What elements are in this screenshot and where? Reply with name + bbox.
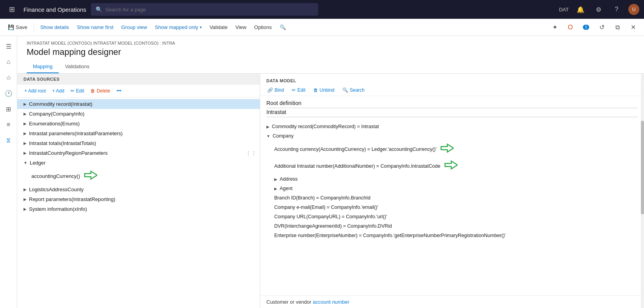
global-search-input[interactable] <box>105 7 313 13</box>
dm-item-dvr[interactable]: DVR(InterchangeAgreementId) = CompanyInf… <box>260 221 644 231</box>
scrollbar-thumb[interactable] <box>641 121 644 214</box>
view-button[interactable]: View <box>232 23 250 32</box>
ds-toolbar: + Add root + Add ✏ Edit 🗑 Delete ••• <box>17 85 260 98</box>
side-icon-bar: ☰ ⌂ ☆ 🕐 ⊞ ≡ ⧖ <box>0 36 17 308</box>
account-number-link[interactable]: account number <box>313 299 349 305</box>
show-name-first-button[interactable]: Show name first <box>74 23 116 32</box>
extension-icon[interactable]: ✦ <box>548 21 561 34</box>
dm-item-label: Company <box>273 133 294 139</box>
edit-ds-icon: ✏ <box>71 88 74 94</box>
ds-item-accounting-currency[interactable]: accountingCurrency() <box>17 168 260 185</box>
root-definition-value: Intrastat <box>266 109 638 117</box>
chevron-right-icon: ▶ <box>24 131 27 136</box>
top-nav: ⊞ Finance and Operations 🔍 DAT 🔔 ⚙ ? U <box>0 0 644 19</box>
grid-menu-button[interactable]: ⊞ <box>5 2 19 16</box>
save-button[interactable]: 💾 Save <box>5 23 31 32</box>
chevron-right-icon: ▶ <box>24 187 27 192</box>
search-dm-button[interactable]: 🔍 Search <box>340 86 367 94</box>
help-button[interactable]: ? <box>610 3 623 16</box>
home-icon[interactable]: ⌂ <box>2 55 16 69</box>
global-search-bar[interactable]: 🔍 <box>91 3 318 16</box>
ds-item-intrastat-country[interactable]: ▶ IntrastatCountryRegionParameters ⋮⋮ <box>17 148 260 158</box>
group-view-button[interactable]: Group view <box>118 23 150 32</box>
chevron-right-icon: ▶ <box>24 141 27 145</box>
delete-ds-button[interactable]: 🗑 Delete <box>88 87 113 95</box>
close-icon[interactable]: ✕ <box>627 21 639 34</box>
dm-item-agent[interactable]: ▶ Agent <box>260 184 644 193</box>
page-tabs: Mapping Validations <box>27 60 635 73</box>
bind-button[interactable]: 🔗 Bind <box>265 86 286 94</box>
dm-item-company-url[interactable]: Company URL(CompanyURL) = CompanyInfo.'u… <box>260 212 644 221</box>
dm-item-label: Branch ID(Branch) = CompanyInfo.BranchId <box>274 195 371 201</box>
show-mapped-only-button[interactable]: Show mapped only ▾ <box>152 23 205 32</box>
validate-button[interactable]: Validate <box>206 23 231 32</box>
dm-toolbar: 🔗 Bind ✏ Edit 🗑 Unbind 🔍 Search <box>260 85 644 96</box>
ds-item-commodity[interactable]: ▶ Commodity record(Intrastat) <box>17 99 260 109</box>
ds-item-label: Commodity record(Intrastat) <box>29 101 92 107</box>
filter-icon[interactable]: ⧖ <box>2 133 16 147</box>
modules-icon[interactable]: ≡ <box>2 118 16 132</box>
refresh-icon[interactable]: ↺ <box>595 21 608 34</box>
ds-item-label: Intrastat totals(IntrastatTotals) <box>29 140 96 146</box>
dm-item-address[interactable]: ▶ Address <box>260 174 644 184</box>
arrow-left-indicator <box>83 170 97 183</box>
toolbar-separator <box>34 23 34 32</box>
arrow-left-indicator <box>443 159 458 172</box>
ds-item-system-info[interactable]: ▶ System information(xInfo) <box>17 204 260 214</box>
show-details-button[interactable]: Show details <box>37 23 72 32</box>
ds-item-logistics-address[interactable]: ▶ LogisticsAddressCounty <box>17 185 260 194</box>
bind-icon: 🔗 <box>267 87 273 93</box>
tab-mapping[interactable]: Mapping <box>27 60 59 73</box>
dm-item-label: Company e-mail(Email) = CompanyInfo.'ema… <box>274 205 378 210</box>
ds-item-enumerations[interactable]: ▶ Enumerations(Enums) <box>17 119 260 129</box>
workspaces-icon[interactable]: ⊞ <box>2 102 16 116</box>
edit-ds-button[interactable]: ✏ Edit <box>68 87 87 95</box>
chevron-right-icon: ▶ <box>24 102 27 106</box>
options-button[interactable]: Options <box>251 23 275 32</box>
notification-bell[interactable]: 🔔 <box>574 3 587 16</box>
root-definition-container: Root definition Intrastat <box>260 96 644 120</box>
dm-item-branch-id[interactable]: Branch ID(Branch) = CompanyInfo.BranchId <box>260 193 644 203</box>
unbind-icon: 🗑 <box>313 87 318 93</box>
dm-item-label: Accounting currency(AccountingCurrency) … <box>274 147 436 152</box>
ds-item-company[interactable]: ▶ Company(CompanyInfo) <box>17 109 260 119</box>
add-button[interactable]: + Add <box>50 87 67 95</box>
app-title: Finance and Operations <box>24 6 86 13</box>
dm-bottom-bar: Customer or vendor account number <box>260 295 644 308</box>
tab-validations[interactable]: Validations <box>59 60 96 73</box>
sidebar-menu-icon[interactable]: ☰ <box>2 39 16 53</box>
dm-item-additional-intrastat[interactable]: Additional Intrastat number(AdditionalNu… <box>260 158 644 174</box>
scrollbar[interactable] <box>641 74 644 308</box>
add-root-button[interactable]: + Add root <box>22 87 48 95</box>
dm-item-company[interactable]: ▼ Company <box>260 131 644 141</box>
dm-item-enterprise-number[interactable]: Enterprise number(EnterpriseNumber) = Co… <box>260 231 644 240</box>
recent-icon[interactable]: 🕐 <box>2 86 16 100</box>
chevron-right-icon: ▶ <box>24 112 27 116</box>
toolbar-right-icons: ✦ O 0 ↺ ⧉ ✕ <box>548 21 639 34</box>
ds-item-intrastat-params[interactable]: ▶ Intrastat parameters(IntrastatParamete… <box>17 129 260 138</box>
ds-item-label: accountingCurrency() <box>31 173 80 179</box>
settings-gear[interactable]: ⚙ <box>592 3 605 16</box>
favorites-icon[interactable]: ☆ <box>2 71 16 85</box>
ds-item-report-params[interactable]: ▶ Report parameters(IntrastatReporting) <box>17 194 260 204</box>
search-toolbar-button[interactable]: 🔍 <box>277 23 289 32</box>
unbind-button[interactable]: 🗑 Unbind <box>311 86 337 94</box>
save-icon: 💾 <box>8 24 14 30</box>
ds-item-label: System information(xInfo) <box>29 206 87 212</box>
open-new-window-icon[interactable]: ⧉ <box>611 21 624 34</box>
ds-item-intrastat-totals[interactable]: ▶ Intrastat totals(IntrastatTotals) <box>17 138 260 148</box>
office-icon[interactable]: O <box>564 21 577 34</box>
chevron-right-icon: ▶ <box>274 177 277 181</box>
edit-dm-button[interactable]: ✏ Edit <box>289 86 308 94</box>
notification-count-btn[interactable]: 0 <box>580 21 592 34</box>
ds-item-label: Enumerations(Enums) <box>29 121 80 127</box>
avatar[interactable]: U <box>628 4 639 15</box>
more-ds-button[interactable]: ••• <box>114 87 124 95</box>
dm-item-company-email[interactable]: Company e-mail(Email) = CompanyInfo.'ema… <box>260 203 644 212</box>
dm-item-commodity[interactable]: ▶ Commodity record(CommodityRecord) = In… <box>260 122 644 131</box>
delete-ds-icon: 🗑 <box>90 88 95 94</box>
dm-item-label: Company URL(CompanyURL) = CompanyInfo.'u… <box>274 214 387 219</box>
ds-item-ledger[interactable]: ▼ Ledger <box>17 158 260 168</box>
search-toolbar-icon: 🔍 <box>280 24 286 30</box>
dm-item-accounting-currency[interactable]: Accounting currency(AccountingCurrency) … <box>260 141 644 158</box>
